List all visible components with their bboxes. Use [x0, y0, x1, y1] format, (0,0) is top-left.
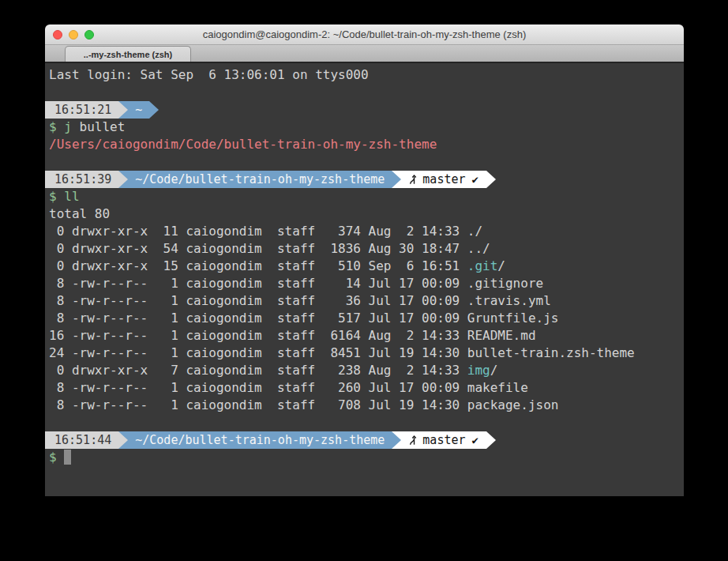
file-name: ../ [467, 241, 490, 256]
file-meta: 24 -rw-r--r-- 1 caiogondim staff 8451 Ju… [49, 345, 467, 360]
blank-line [45, 84, 684, 101]
command-line-2: $ ll [45, 188, 684, 205]
file-name: README.md [467, 328, 536, 343]
tab-zsh[interactable]: ..-my-zsh-theme (zsh) [65, 46, 191, 62]
command-line-1: $ j bullet [45, 119, 684, 136]
tab-label: ..-my-zsh-theme (zsh) [84, 50, 172, 59]
listing-row: 16 -rw-r--r-- 1 caiogondim staff 6164 Au… [45, 327, 684, 345]
file-meta: 8 -rw-r--r-- 1 caiogondim staff 36 Jul 1… [49, 293, 467, 308]
powerline-arrow-icon [118, 101, 128, 119]
git-branch-name: master [422, 431, 465, 449]
prompt-git-segment: master ✔ [401, 171, 486, 188]
terminal-content[interactable]: Last login: Sat Sep 6 13:06:01 on ttys00… [45, 63, 684, 496]
powerline-arrow-icon [486, 171, 496, 188]
window-title: caiogondim@caiogondim-2: ~/Code/bullet-t… [45, 28, 684, 40]
active-command-line[interactable]: $ [45, 449, 684, 466]
text-cursor [64, 450, 71, 465]
command-output-path: /Users/caiogondim/Code/bullet-train-oh-m… [45, 136, 684, 153]
file-name: Gruntfile.js [467, 311, 559, 326]
command-text: ll [64, 189, 79, 204]
file-meta: 16 -rw-r--r-- 1 caiogondim staff 6164 Au… [49, 328, 467, 343]
prompt-line-3: 16:51:44 ~/Code/bullet-train-oh-my-zsh-t… [45, 431, 684, 449]
command-text: j [64, 119, 72, 134]
file-name: / [490, 363, 498, 378]
titlebar[interactable]: caiogondim@caiogondim-2: ~/Code/bullet-t… [45, 24, 684, 45]
prompt-dollar: $ [49, 119, 64, 134]
powerline-arrow-icon [118, 431, 128, 449]
dir-name: img [467, 363, 490, 378]
file-meta: 8 -rw-r--r-- 1 caiogondim staff 708 Jul … [49, 397, 467, 412]
prompt-dir-segment: ~/Code/bullet-train-oh-my-zsh-theme [128, 431, 392, 449]
prompt-time-segment: 16:51:44 [45, 431, 118, 449]
file-meta: 8 -rw-r--r-- 1 caiogondim staff 517 Jul … [49, 311, 467, 326]
zoom-button[interactable] [84, 30, 94, 40]
command-args: bullet [72, 119, 125, 134]
listing-row: 0 drwxr-xr-x 54 caiogondim staff 1836 Au… [45, 240, 684, 258]
desktop-background: caiogondim@caiogondim-2: ~/Code/bullet-t… [0, 0, 728, 561]
blank-line [45, 414, 684, 431]
prompt-dir-segment: ~ [128, 101, 149, 119]
file-name: / [497, 258, 505, 273]
file-name: .gitignore [467, 276, 543, 291]
powerline-arrow-icon [118, 171, 128, 188]
prompt-dollar: $ [49, 450, 64, 465]
file-meta: 8 -rw-r--r-- 1 caiogondim staff 14 Jul 1… [49, 276, 467, 291]
file-name: package.json [467, 397, 559, 412]
git-branch-icon [407, 173, 418, 186]
prompt-dir-segment: ~/Code/bullet-train-oh-my-zsh-theme [128, 171, 392, 188]
listing-row: 8 -rw-r--r-- 1 caiogondim staff 14 Jul 1… [45, 275, 684, 292]
listing-row: 8 -rw-r--r-- 1 caiogondim staff 260 Jul … [45, 379, 684, 397]
file-name: .travis.yml [467, 293, 551, 308]
prompt-git-segment: master ✔ [401, 431, 486, 449]
powerline-arrow-icon [392, 171, 401, 188]
listing-row: 0 drwxr-xr-x 11 caiogondim staff 374 Aug… [45, 223, 684, 240]
file-meta: 0 drwxr-xr-x 7 caiogondim staff 238 Aug … [49, 363, 467, 378]
blank-line [45, 153, 684, 171]
listing-row: 0 drwxr-xr-x 15 caiogondim staff 510 Sep… [45, 258, 684, 275]
minimize-button[interactable] [69, 30, 78, 40]
last-login-line: Last login: Sat Sep 6 13:06:01 on ttys00… [45, 66, 684, 84]
powerline-arrow-icon [149, 101, 159, 119]
file-name: bullet-train.zsh-theme [467, 345, 635, 360]
file-name: ./ [467, 224, 482, 239]
powerline-arrow-icon [486, 431, 496, 449]
dir-name: .git [467, 258, 498, 273]
terminal-window: caiogondim@caiogondim-2: ~/Code/bullet-t… [45, 24, 684, 498]
file-name: makefile [467, 380, 528, 395]
listing-row: 24 -rw-r--r-- 1 caiogondim staff 8451 Ju… [45, 345, 684, 362]
git-clean-check-icon: ✔ [472, 171, 478, 188]
powerline-arrow-icon [392, 431, 401, 449]
file-meta: 0 drwxr-xr-x 54 caiogondim staff 1836 Au… [49, 241, 467, 256]
git-clean-check-icon: ✔ [472, 431, 478, 449]
git-branch-name: master [422, 171, 465, 188]
listing-total: total 80 [45, 205, 684, 223]
prompt-time-segment: 16:51:39 [45, 171, 118, 188]
git-branch-icon [407, 434, 418, 446]
listing-row: 0 drwxr-xr-x 7 caiogondim staff 238 Aug … [45, 362, 684, 379]
prompt-line-1: 16:51:21 ~ [45, 101, 684, 119]
listing-row: 8 -rw-r--r-- 1 caiogondim staff 517 Jul … [45, 310, 684, 327]
prompt-time-segment: 16:51:21 [45, 101, 118, 119]
close-button[interactable] [53, 30, 62, 40]
traffic-lights [53, 24, 94, 44]
file-meta: 0 drwxr-xr-x 15 caiogondim staff 510 Sep… [49, 258, 467, 273]
file-meta: 0 drwxr-xr-x 11 caiogondim staff 374 Aug… [49, 224, 467, 239]
prompt-line-2: 16:51:39 ~/Code/bullet-train-oh-my-zsh-t… [45, 171, 684, 188]
prompt-dollar: $ [49, 189, 64, 204]
listing-row: 8 -rw-r--r-- 1 caiogondim staff 708 Jul … [45, 397, 684, 414]
listing-row: 8 -rw-r--r-- 1 caiogondim staff 36 Jul 1… [45, 292, 684, 310]
file-meta: 8 -rw-r--r-- 1 caiogondim staff 260 Jul … [49, 380, 467, 395]
tab-bar: ..-my-zsh-theme (zsh) [45, 45, 684, 63]
